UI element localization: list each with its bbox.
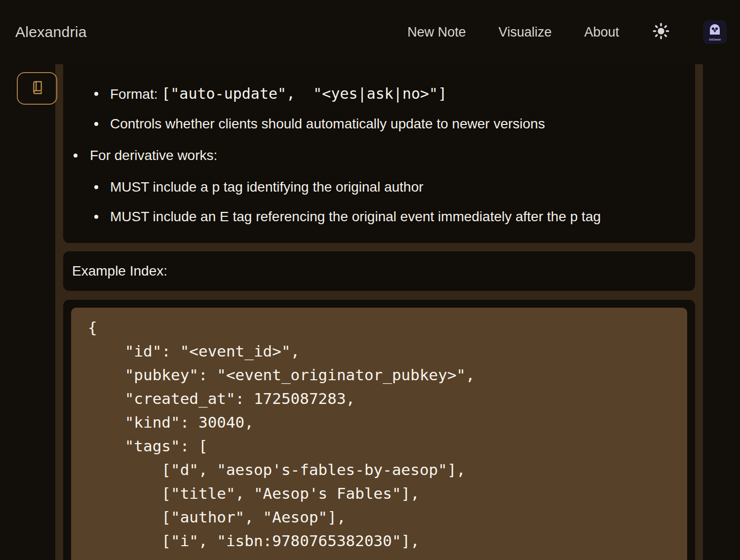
gitcitadel-logo[interactable]: GitCitadel (703, 20, 727, 44)
theme-toggle-button[interactable] (652, 23, 670, 41)
doc-section-card: Format: ["auto-update", "<yes|ask|no>"] … (63, 64, 695, 243)
top-nav: New Note Visualize About (407, 20, 727, 44)
list-item: For derivative works: (63, 147, 685, 164)
gitcitadel-logo-label: GitCitadel (709, 38, 721, 41)
toc-toggle-button[interactable] (17, 72, 57, 105)
list-item: Controls whether clients should automati… (63, 115, 685, 133)
app-header: Alexandria New Note Visualize About (0, 0, 740, 64)
app-title: Alexandria (15, 24, 87, 40)
inline-code: ["auto-update", "<yes|ask|no>"] (161, 85, 447, 102)
json-code-block: { "id": "<event_id>", "pubkey": "<event_… (71, 308, 687, 560)
nav-about[interactable]: About (584, 25, 619, 40)
example-index-label: Example Index: (72, 263, 167, 279)
example-index-card: Example Index: (63, 251, 695, 291)
sun-icon (652, 22, 670, 42)
book-icon (29, 80, 45, 97)
list-item-text: Format: (110, 86, 161, 102)
list-item: MUST include a p tag identifying the ori… (63, 178, 685, 196)
list-item: Format: ["auto-update", "<yes|ask|no>"] (63, 85, 685, 103)
nav-new-note[interactable]: New Note (407, 25, 466, 40)
code-card: { "id": "<event_id>", "pubkey": "<event_… (63, 300, 695, 560)
document-view: Format: ["auto-update", "<yes|ask|no>"] … (55, 64, 703, 560)
gitcitadel-owl-icon (708, 24, 721, 38)
nav-visualize[interactable]: Visualize (499, 25, 552, 40)
list-item: MUST include an E tag referencing the or… (63, 208, 685, 226)
